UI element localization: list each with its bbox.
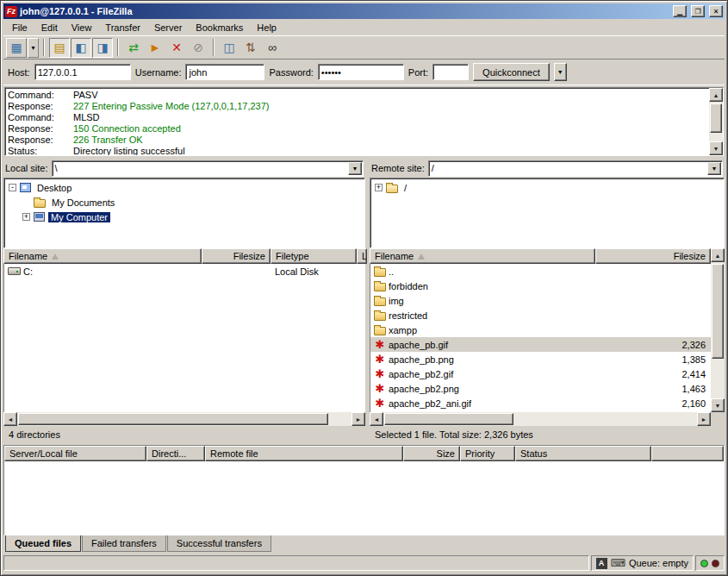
- cancel-button[interactable]: ✕: [166, 38, 187, 58]
- log-scrollbar[interactable]: ▲ ▼: [709, 88, 723, 155]
- folder-icon: [34, 199, 46, 208]
- menu-item-server[interactable]: Server: [147, 20, 189, 35]
- tree-item-desktop[interactable]: - Desktop: [5, 180, 364, 195]
- process-queue-icon: ►: [149, 41, 161, 54]
- scrollbar-thumb[interactable]: [384, 413, 513, 425]
- disconnect-button[interactable]: ⊘: [188, 38, 208, 58]
- refresh-button[interactable]: ⇄: [123, 38, 144, 58]
- list-item[interactable]: apache_pb.png1,385: [370, 352, 711, 366]
- chevron-down-icon[interactable]: ▼: [707, 162, 721, 175]
- message-log-toggle-button[interactable]: ▤: [49, 38, 70, 58]
- list-item-selected[interactable]: apache_pb.gif2,326: [370, 337, 711, 352]
- scroll-down-button[interactable]: ▼: [711, 398, 725, 412]
- scroll-left-button[interactable]: ◄: [370, 412, 383, 426]
- directory-trees-row: Local site: \ ▼ - Desktop My Documents: [3, 159, 725, 248]
- password-input[interactable]: [318, 64, 404, 80]
- log-line: Command:PASV: [8, 90, 706, 101]
- message-log-icon: ▤: [53, 41, 65, 54]
- statusbar-message-panel: [3, 555, 589, 571]
- column-header-filler: [651, 446, 724, 461]
- menu-item-transfer[interactable]: Transfer: [98, 20, 147, 35]
- scroll-up-button[interactable]: ▲: [709, 88, 723, 102]
- tab-successful-transfers[interactable]: Successful transfers: [167, 535, 271, 552]
- password-label: Password:: [269, 67, 313, 78]
- host-input[interactable]: [34, 64, 131, 80]
- find-files-button[interactable]: ∞: [262, 38, 283, 58]
- list-item[interactable]: restricted: [370, 308, 711, 322]
- remote-hscrollbar[interactable]: ◄ ►: [370, 412, 711, 426]
- quickconnect-dropdown-button[interactable]: ▼: [554, 63, 567, 81]
- column-header-filetype[interactable]: Filetype: [271, 248, 357, 264]
- column-header-priority[interactable]: Priority: [460, 446, 515, 461]
- local-site-combobox[interactable]: \ ▼: [52, 160, 364, 177]
- queue-tabs: Queued files Failed transfers Successful…: [3, 535, 725, 552]
- column-header-filename[interactable]: Filename: [370, 248, 595, 264]
- scrollbar-thumb[interactable]: [710, 103, 722, 133]
- compare-icon: ◫: [223, 41, 234, 54]
- scrollbar-thumb[interactable]: [18, 413, 328, 425]
- menu-item-help[interactable]: Help: [250, 20, 283, 35]
- refresh-icon: ⇄: [128, 41, 139, 54]
- list-item[interactable]: forbidden: [370, 279, 711, 293]
- remote-tree-toggle-button[interactable]: ◨: [92, 38, 113, 58]
- filezilla-window: Fz john@127.0.0.1 - FileZilla ▁ ❐ ✕ File…: [0, 0, 728, 576]
- cancel-icon: ✕: [171, 41, 182, 54]
- maximize-button[interactable]: ❐: [691, 5, 705, 17]
- column-header-remote-file[interactable]: Remote file: [205, 446, 403, 461]
- chevron-down-icon: ▼: [557, 69, 563, 75]
- remote-site-head: Remote site: / ▼: [370, 159, 725, 178]
- local-hscrollbar[interactable]: ◄ ►: [3, 412, 365, 426]
- scrollbar-thumb[interactable]: [712, 264, 724, 359]
- tab-failed-transfers[interactable]: Failed transfers: [82, 535, 166, 552]
- local-tree-toggle-button[interactable]: ◧: [71, 38, 91, 58]
- site-manager-button[interactable]: ▦: [6, 38, 27, 58]
- list-item[interactable]: ..: [370, 264, 711, 279]
- column-header-status[interactable]: Status: [515, 446, 651, 461]
- column-header-direction[interactable]: Directi...: [146, 446, 205, 461]
- list-item[interactable]: C: Local Disk: [4, 264, 365, 279]
- chevron-down-icon[interactable]: ▼: [348, 162, 362, 175]
- column-header-size[interactable]: Size: [403, 446, 460, 461]
- column-header-filesize[interactable]: Filesize: [595, 248, 711, 264]
- tree-expand-icon[interactable]: +: [375, 184, 383, 191]
- minimize-button[interactable]: ▁: [673, 5, 687, 17]
- tree-item-my-documents[interactable]: My Documents: [5, 195, 364, 210]
- scroll-up-button[interactable]: ▲: [711, 248, 725, 262]
- directory-compare-button[interactable]: ◫: [219, 38, 240, 58]
- scroll-right-button[interactable]: ►: [697, 412, 711, 426]
- local-tree-icon: ◧: [75, 41, 86, 54]
- tab-queued-files[interactable]: Queued files: [5, 535, 81, 552]
- process-queue-button[interactable]: ►: [145, 38, 165, 58]
- list-item[interactable]: img: [370, 293, 711, 308]
- folder-icon: [374, 327, 386, 335]
- statusbar-queue-panel: A ⌨ Queue: empty: [591, 555, 694, 571]
- tree-expand-icon[interactable]: +: [22, 213, 30, 221]
- remote-vscrollbar[interactable]: ▲ ▼: [711, 248, 725, 412]
- menu-item-view[interactable]: View: [65, 20, 99, 35]
- scroll-left-button[interactable]: ◄: [3, 412, 17, 426]
- column-header-filename[interactable]: Filename: [3, 248, 202, 264]
- remote-site-combobox[interactable]: / ▼: [428, 160, 723, 177]
- list-item[interactable]: xampp: [370, 322, 711, 337]
- computer-icon: [34, 212, 45, 222]
- scroll-down-button[interactable]: ▼: [709, 141, 723, 155]
- close-button[interactable]: ✕: [709, 5, 723, 17]
- site-manager-dropdown-button[interactable]: ▾: [28, 38, 39, 58]
- quickconnect-button[interactable]: Quickconnect: [473, 63, 550, 81]
- menu-item-bookmarks[interactable]: Bookmarks: [189, 20, 250, 35]
- column-header-server-local-file[interactable]: Server/Local file: [4, 446, 146, 461]
- tree-item-root[interactable]: + /: [371, 180, 723, 195]
- list-item[interactable]: apache_pb2_ani.gif2,160: [370, 396, 711, 410]
- scroll-right-button[interactable]: ►: [352, 412, 365, 426]
- menu-item-edit[interactable]: Edit: [34, 20, 65, 35]
- list-item[interactable]: apache_pb2.png1,463: [370, 381, 711, 396]
- username-input[interactable]: [185, 64, 264, 80]
- tree-item-my-computer[interactable]: + My Computer: [5, 210, 364, 224]
- sync-browsing-button[interactable]: ⇅: [240, 38, 261, 58]
- menu-item-file[interactable]: File: [5, 20, 34, 35]
- tree-collapse-icon[interactable]: -: [9, 184, 16, 191]
- column-header-filesize[interactable]: Filesize: [202, 248, 271, 264]
- port-input[interactable]: [432, 64, 469, 80]
- list-item[interactable]: apache_pb2.gif2,414: [370, 366, 711, 381]
- remote-list-header: Filename Filesize: [370, 248, 711, 264]
